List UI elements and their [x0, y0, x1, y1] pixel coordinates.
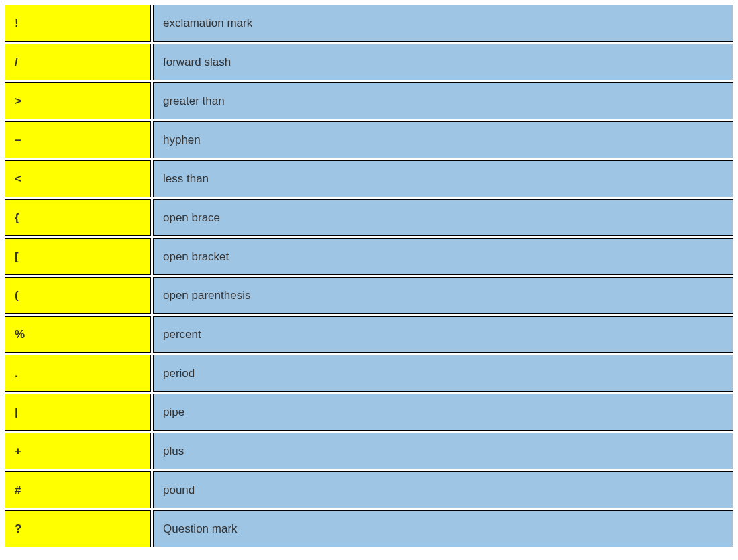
symbol-cell: ( [5, 277, 151, 314]
symbol-cell: % [5, 316, 151, 353]
name-cell: Question mark [153, 510, 733, 547]
name-cell: open parenthesis [153, 277, 733, 314]
name-cell: greater than [153, 82, 733, 119]
name-cell: period [153, 355, 733, 392]
name-cell: forward slash [153, 44, 733, 80]
table-row: + plus [5, 433, 733, 469]
name-cell: pound [153, 471, 733, 508]
table-row: [ open bracket [5, 238, 733, 275]
symbol-cell: . [5, 355, 151, 392]
symbol-cell: ? [5, 510, 151, 547]
table-row: % percent [5, 316, 733, 353]
symbol-cell: < [5, 160, 151, 197]
table-row: ( open parenthesis [5, 277, 733, 314]
table-row: | pipe [5, 394, 733, 431]
table-row: / forward slash [5, 44, 733, 80]
symbol-cell: – [5, 121, 151, 158]
table-row: ! exclamation mark [5, 5, 733, 42]
symbol-cell: { [5, 199, 151, 236]
name-cell: pipe [153, 394, 733, 431]
name-cell: less than [153, 160, 733, 197]
symbols-table: ! exclamation mark / forward slash > gre… [3, 3, 735, 549]
symbol-cell: # [5, 471, 151, 508]
symbol-cell: | [5, 394, 151, 431]
name-cell: plus [153, 433, 733, 469]
name-cell: hyphen [153, 121, 733, 158]
symbols-table-body: ! exclamation mark / forward slash > gre… [5, 5, 733, 547]
table-row: – hyphen [5, 121, 733, 158]
name-cell: percent [153, 316, 733, 353]
symbol-cell: [ [5, 238, 151, 275]
table-row: . period [5, 355, 733, 392]
name-cell: open bracket [153, 238, 733, 275]
symbol-cell: > [5, 82, 151, 119]
name-cell: open brace [153, 199, 733, 236]
name-cell: exclamation mark [153, 5, 733, 42]
symbol-cell: ! [5, 5, 151, 42]
table-row: # pound [5, 471, 733, 508]
table-row: < less than [5, 160, 733, 197]
table-row: ? Question mark [5, 510, 733, 547]
table-row: > greater than [5, 82, 733, 119]
table-row: { open brace [5, 199, 733, 236]
symbol-cell: + [5, 433, 151, 469]
symbol-cell: / [5, 44, 151, 80]
